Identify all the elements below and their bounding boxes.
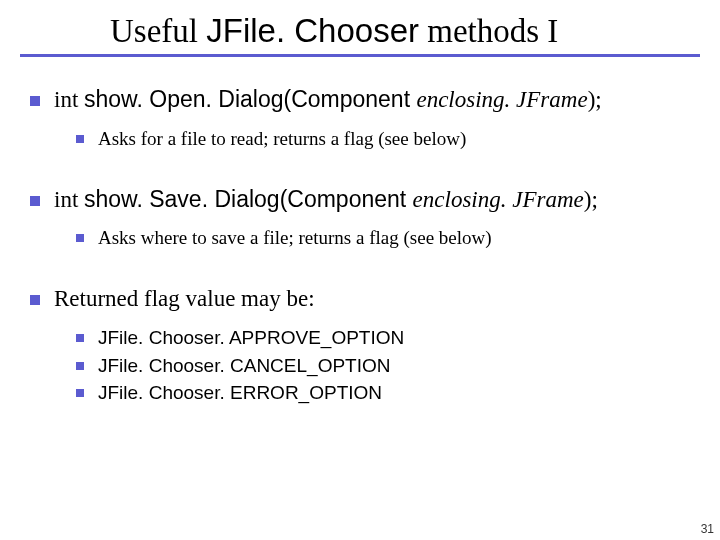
bullet-l2: JFile. Chooser. CANCEL_OPTION <box>20 354 700 378</box>
b3-sub0: JFile. Chooser. APPROVE_OPTION <box>98 327 404 348</box>
bullet-l2-text: JFile. Chooser. APPROVE_OPTION <box>98 326 404 350</box>
bullet-square-icon <box>30 196 40 206</box>
b1-suffix: ); <box>588 87 602 112</box>
bullet-l1-text: int show. Open. Dialog(Component enclosi… <box>54 85 602 115</box>
bullet-l2: Asks for a file to read; returns a flag … <box>20 127 700 151</box>
bullet-l2-text: Asks for a file to read; returns a flag … <box>98 127 466 151</box>
b1-sans: show. Open. Dialog(Component <box>84 86 416 112</box>
b3-sub2: JFile. Chooser. ERROR_OPTION <box>98 382 382 403</box>
title-part3: methods I <box>419 13 558 49</box>
title-row: Useful JFile. Chooser methods I <box>110 12 700 50</box>
bullet-l2: JFile. Chooser. ERROR_OPTION <box>20 381 700 405</box>
bullet-l2-text: JFile. Chooser. ERROR_OPTION <box>98 381 382 405</box>
bullet-l1-text: Returned flag value may be: <box>54 284 315 314</box>
slide: Useful JFile. Chooser methods I int show… <box>0 0 720 540</box>
bullet-l2: Asks where to save a file; returns a fla… <box>20 226 700 250</box>
bullet-l2-text: JFile. Chooser. CANCEL_OPTION <box>98 354 390 378</box>
b1-ital: enclosing. JFrame <box>416 87 587 112</box>
b1-prefix: int <box>54 87 84 112</box>
bullet-square-icon <box>76 389 84 397</box>
slide-title: Useful JFile. Chooser methods I <box>110 12 558 50</box>
bullet-l2-text: Asks where to save a file; returns a fla… <box>98 226 492 250</box>
b3-sub1: JFile. Chooser. CANCEL_OPTION <box>98 355 390 376</box>
bullet-square-icon <box>76 334 84 342</box>
b2-prefix: int <box>54 187 84 212</box>
bullet-square-icon <box>76 234 84 242</box>
b3-text: Returned flag value may be: <box>54 286 315 311</box>
title-part1: Useful <box>110 13 206 49</box>
bullet-square-icon <box>30 295 40 305</box>
bullet-square-icon <box>30 96 40 106</box>
page-number: 31 <box>701 522 714 536</box>
bullet-square-icon <box>76 362 84 370</box>
title-underline <box>20 54 700 57</box>
bullet-square-icon <box>76 135 84 143</box>
bullet-l2: JFile. Chooser. APPROVE_OPTION <box>20 326 700 350</box>
bullet-l1: int show. Save. Dialog(Component enclosi… <box>20 185 700 215</box>
b2-ital: enclosing. JFrame <box>413 187 584 212</box>
bullet-l1: int show. Open. Dialog(Component enclosi… <box>20 85 700 115</box>
title-part2: JFile. Chooser <box>206 12 419 49</box>
bullet-l1: Returned flag value may be: <box>20 284 700 314</box>
bullet-l1-text: int show. Save. Dialog(Component enclosi… <box>54 185 598 215</box>
b2-suffix: ); <box>584 187 598 212</box>
b2-sans: show. Save. Dialog(Component <box>84 186 413 212</box>
